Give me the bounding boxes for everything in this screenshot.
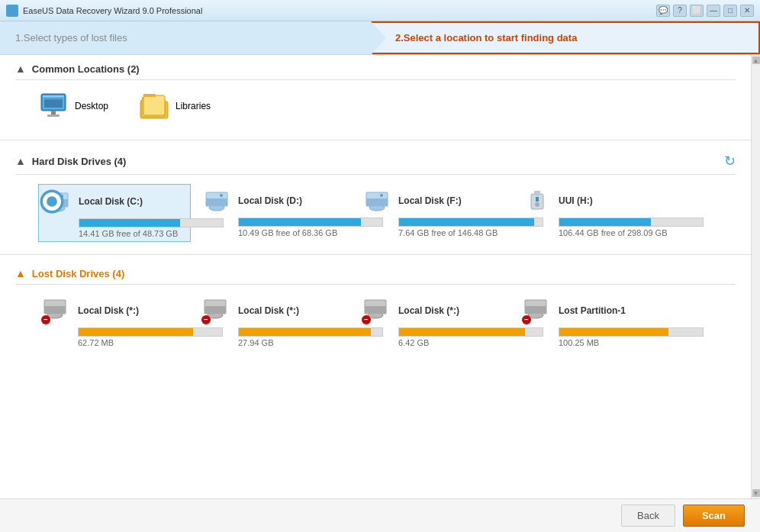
hard-disk-section: ▲ Hard Disk Drives (4) ↻ xyxy=(0,145,751,250)
back-button[interactable]: Back xyxy=(621,505,675,527)
svg-rect-28 xyxy=(534,191,540,195)
svg-point-22 xyxy=(220,194,223,197)
red-minus-icon-4: − xyxy=(522,315,531,324)
drive-item-d[interactable]: Local Disk (D:) 10.49 GB free of 68.36 G… xyxy=(198,184,351,242)
hdd-icon-d xyxy=(201,187,232,214)
lost-disk-header: ▲ Lost Disk Drives (4) xyxy=(15,267,736,285)
drive-d-info: 10.49 GB free of 68.36 GB xyxy=(238,228,337,237)
common-locations-title: Common Locations (2) xyxy=(32,63,140,75)
lost-drive-icon-2: − xyxy=(201,297,232,324)
scan-button[interactable]: Scan xyxy=(683,505,745,527)
drive-h-info: 106.44 GB free of 298.09 GB xyxy=(559,228,667,237)
window-controls: 💬 ? ⬜ — □ ✕ xyxy=(656,5,754,17)
drive-c-label: Local Disk (C:) xyxy=(79,196,143,207)
lost-drive-2-info: 27.94 GB xyxy=(238,338,273,347)
lost-drive-item-3[interactable]: − Local Disk (*:) 6.42 GB xyxy=(359,294,511,350)
hdd-actions: ↻ xyxy=(724,153,736,169)
step-2[interactable]: 2.Select a location to start finding dat… xyxy=(371,21,760,54)
libraries-label: Libraries xyxy=(176,101,211,111)
common-arrow-icon: ▲ xyxy=(15,63,26,75)
lost-drive-1-label: Local Disk (*:) xyxy=(78,305,139,316)
svg-rect-21 xyxy=(206,198,227,206)
drive-item-h[interactable]: UUI (H:) 106.44 GB free of 298.09 GB xyxy=(519,184,687,242)
svg-point-26 xyxy=(380,194,383,197)
step-1-label: 1.Select types of lost files xyxy=(15,32,127,44)
lost-drive-icon-4: − xyxy=(522,297,552,324)
red-minus-icon-1: − xyxy=(41,315,50,324)
hdd-grid: Local Disk (C:) 14.41 GB free of 48.73 G… xyxy=(15,184,736,242)
drive-f-info: 7.64 GB free of 146.48 GB xyxy=(398,228,498,237)
hdd-icon-f xyxy=(362,187,392,214)
lost-drive-item-2[interactable]: − Local Disk (*:) 27.94 GB xyxy=(198,294,351,350)
svg-rect-30 xyxy=(536,197,539,202)
libraries-icon xyxy=(139,92,169,120)
common-locations-section: ▲ Common Locations (2) xyxy=(0,55,751,135)
lost-disk-grid: − Local Disk (*:) 62.72 MB xyxy=(15,294,736,350)
title-bar: EaseUS Data Recovery Wizard 9.0 Professi… xyxy=(0,0,760,21)
chat-btn[interactable]: 💬 xyxy=(656,5,670,17)
common-item-libraries[interactable]: Libraries xyxy=(139,92,211,120)
svg-rect-33 xyxy=(44,306,66,314)
svg-point-14 xyxy=(47,196,57,207)
content-area[interactable]: ▲ Common Locations (2) xyxy=(0,55,751,498)
lost-drive-icon-3: − xyxy=(362,297,392,324)
step-1[interactable]: 1.Select types of lost files xyxy=(0,21,371,54)
svg-rect-25 xyxy=(366,198,388,206)
red-minus-icon-3: − xyxy=(362,315,371,324)
desktop-icon xyxy=(38,92,69,120)
lost-drive-1-info: 62.72 MB xyxy=(78,338,114,347)
svg-rect-2 xyxy=(43,95,64,97)
step-2-label: 2.Select a location to start finding dat… xyxy=(395,32,577,44)
svg-rect-11 xyxy=(143,95,165,115)
svg-rect-39 xyxy=(365,306,386,314)
lost-drive-3-label: Local Disk (*:) xyxy=(398,305,459,316)
lost-arrow-icon: ▲ xyxy=(15,267,26,279)
lost-drive-4-info: 100.25 MB xyxy=(559,338,599,347)
desktop-label: Desktop xyxy=(75,101,108,111)
svg-rect-12 xyxy=(143,94,156,97)
app-title: EaseUS Data Recovery Wizard 9.0 Professi… xyxy=(23,6,656,15)
bottom-bar: Back Scan xyxy=(0,498,760,532)
drive-c-info: 14.41 GB free of 48.73 GB xyxy=(79,229,178,238)
lost-drive-icon-1: − xyxy=(41,297,72,324)
svg-rect-36 xyxy=(204,306,226,314)
lost-drive-3-info: 6.42 GB xyxy=(398,338,429,347)
common-item-desktop[interactable]: Desktop xyxy=(38,92,108,120)
drive-h-label: UUI (H:) xyxy=(559,195,593,206)
minimize-btn[interactable]: — xyxy=(707,5,720,17)
step-header: 1.Select types of lost files 2.Select a … xyxy=(0,21,760,55)
drive-item-c[interactable]: Local Disk (C:) 14.41 GB free of 48.73 G… xyxy=(38,184,191,242)
drive-d-label: Local Disk (D:) xyxy=(238,195,302,206)
main-content: ▲ Common Locations (2) xyxy=(0,55,760,498)
refresh-icon[interactable]: ↻ xyxy=(724,153,736,169)
lost-drive-2-label: Local Disk (*:) xyxy=(238,305,299,316)
svg-rect-6 xyxy=(44,98,63,100)
scrollbar[interactable]: ▲ ▼ xyxy=(751,55,760,498)
drive-h-progress xyxy=(559,218,704,227)
maximize-btn[interactable]: □ xyxy=(723,5,737,17)
restore-btn[interactable]: ⬜ xyxy=(690,5,704,17)
drive-f-label: Local Disk (F:) xyxy=(398,195,462,206)
hdd-arrow-icon: ▲ xyxy=(15,155,26,167)
svg-rect-42 xyxy=(525,306,546,314)
red-minus-icon-2: − xyxy=(201,315,211,324)
app-icon xyxy=(6,5,18,17)
close-btn[interactable]: ✕ xyxy=(740,5,754,17)
svg-rect-3 xyxy=(51,111,56,114)
lost-drive-item-4[interactable]: − Lost Partition-1 100.25 MB xyxy=(519,294,687,350)
drive-item-f[interactable]: Local Disk (F:) 7.64 GB free of 146.48 G… xyxy=(359,184,511,242)
hdd-icon-c xyxy=(42,188,72,215)
svg-rect-4 xyxy=(47,114,60,117)
lost-drive-4-progress xyxy=(559,327,704,337)
hdd-title: Hard Disk Drives (4) xyxy=(32,156,127,167)
common-locations-header: ▲ Common Locations (2) xyxy=(15,63,736,80)
common-locations-grid: Desktop Li xyxy=(15,89,736,127)
lost-disk-title: Lost Disk Drives (4) xyxy=(32,268,124,279)
hdd-icon-h xyxy=(522,187,552,214)
lost-drive-item-1[interactable]: − Local Disk (*:) 62.72 MB xyxy=(38,294,191,350)
lost-drive-4-label: Lost Partition-1 xyxy=(559,305,626,316)
help-btn[interactable]: ? xyxy=(673,5,687,17)
hdd-header: ▲ Hard Disk Drives (4) ↻ xyxy=(15,153,736,175)
svg-point-29 xyxy=(535,202,539,207)
lost-disk-section: ▲ Lost Disk Drives (4) − xyxy=(0,260,751,358)
